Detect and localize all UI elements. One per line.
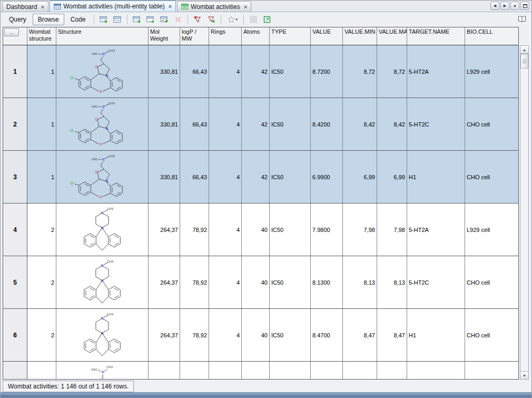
scrollbar-track[interactable]	[520, 69, 528, 371]
cell-value[interactable]: 7.9800	[311, 203, 343, 256]
row-number[interactable]	[3, 362, 27, 379]
cell-target-name[interactable]: H1	[407, 151, 465, 203]
cell-atoms[interactable]: 40	[242, 309, 270, 361]
cell-bio-cell[interactable]: L929 cell	[465, 203, 518, 256]
column-header-value-min[interactable]: VALUE.MIN	[343, 27, 377, 45]
cell-structure[interactable]	[56, 98, 149, 150]
cell-structure[interactable]	[56, 256, 149, 308]
row-number[interactable]: 5	[3, 256, 27, 308]
cell-value[interactable]: 6.9900	[311, 151, 343, 203]
cell-value[interactable]	[311, 362, 343, 379]
column-header-atoms[interactable]: Atoms	[242, 27, 270, 45]
table-options-button[interactable]: ...	[4, 28, 19, 36]
row-number[interactable]: 6	[3, 309, 27, 361]
delete-row-button[interactable]	[172, 14, 184, 25]
add-row-button[interactable]	[97, 14, 110, 25]
column-header-value[interactable]: VALUE	[311, 27, 343, 45]
cell-logp-mw[interactable]: 66,43	[180, 45, 209, 98]
cell-value[interactable]: 8.1300	[311, 256, 343, 308]
cell-wombat-structure[interactable]: 2	[27, 309, 56, 361]
column-header-logp-mw[interactable]: logP / MW	[180, 27, 209, 45]
cell-bio-cell[interactable]: L929 cell	[465, 45, 518, 98]
cell-rings[interactable]: 4	[209, 203, 242, 256]
cell-mol-weight[interactable]: 330,81	[149, 45, 180, 98]
cell-atoms[interactable]	[242, 362, 270, 379]
cell-type[interactable]: IC50	[270, 203, 311, 256]
tab-list-dropdown-button[interactable]: ▼	[510, 2, 519, 10]
add-detail-row-button[interactable]	[131, 14, 143, 25]
cell-value-min[interactable]: 8,42	[343, 98, 377, 150]
cell-rings[interactable]: 4	[209, 98, 242, 150]
cell-mol-weight[interactable]: 264,37	[149, 256, 180, 308]
cell-target-name[interactable]: 5-HT2C	[407, 256, 465, 308]
cell-value-max[interactable]: 8,42	[377, 98, 407, 150]
scroll-tabs-left-button[interactable]: ◀	[490, 2, 499, 10]
cell-logp-mw[interactable]: 78,92	[180, 256, 209, 308]
cell-rings[interactable]: 4	[209, 256, 242, 308]
cell-mol-weight[interactable]: 264,37	[149, 309, 180, 361]
scrollbar-thumb[interactable]	[520, 54, 528, 69]
cell-target-name[interactable]: H1	[407, 309, 465, 361]
link-row-button[interactable]	[144, 14, 157, 25]
remove-filter-button[interactable]	[191, 14, 204, 25]
cell-bio-cell[interactable]: CHO cell	[465, 151, 518, 203]
cell-value-max[interactable]: 8,13	[377, 256, 407, 308]
cell-atoms[interactable]: 42	[242, 98, 270, 150]
cell-logp-mw[interactable]: 78,92	[180, 309, 209, 361]
row-number[interactable]: 3	[3, 151, 27, 203]
cell-wombat-structure[interactable]	[27, 362, 56, 379]
cell-logp-mw[interactable]: 66,43	[180, 98, 209, 150]
fit-view-button[interactable]	[261, 14, 273, 25]
favorites-button[interactable]: ▾	[224, 14, 240, 25]
cell-structure[interactable]	[56, 45, 149, 98]
cell-value-min[interactable]: 8,47	[343, 309, 377, 361]
cell-value-min[interactable]: 8,13	[343, 256, 377, 308]
column-header-target-name[interactable]: TARGET.NAME	[407, 27, 465, 45]
query-mode-button[interactable]: Query	[4, 14, 32, 25]
cell-bio-cell[interactable]: CHO cell	[465, 309, 518, 361]
cell-wombat-structure[interactable]: 2	[27, 256, 56, 308]
column-header-type[interactable]: TYPE	[270, 27, 311, 45]
cell-type[interactable]: IC50	[270, 309, 311, 361]
column-header-value-max[interactable]: VALUE.MAX	[377, 27, 407, 45]
row-number[interactable]: 2	[3, 98, 27, 150]
column-header-mol-weight[interactable]: Mol Weight	[149, 27, 180, 45]
cell-type[interactable]: IC50	[270, 45, 311, 98]
browse-mode-button[interactable]: Browse	[33, 14, 64, 25]
table-row[interactable]	[3, 362, 518, 379]
table-row[interactable]: 5 2 264,37 78,92 4 40 IC50 8.1300 8,13 8…	[3, 256, 518, 309]
tab-wombat-activities[interactable]: Wombat activities ×	[177, 1, 251, 12]
cell-bio-cell[interactable]	[465, 362, 518, 379]
cell-value-max[interactable]: 8,72	[377, 45, 407, 98]
cell-rings[interactable]	[209, 362, 242, 379]
cell-type[interactable]: IC50	[270, 98, 311, 150]
cell-bio-cell[interactable]: CHO cell	[465, 256, 518, 308]
cell-logp-mw[interactable]: 66,43	[180, 151, 209, 203]
cell-atoms[interactable]: 40	[242, 203, 270, 256]
add-linked-row-button[interactable]	[158, 14, 171, 25]
add-filter-button[interactable]	[205, 14, 218, 25]
close-icon[interactable]: ×	[41, 4, 44, 9]
cell-structure[interactable]	[56, 362, 149, 379]
cell-rings[interactable]: 4	[209, 151, 242, 203]
close-icon[interactable]: ×	[244, 4, 247, 9]
cell-mol-weight[interactable]: 264,37	[149, 203, 180, 256]
table-row[interactable]: 6 2 264,37 78,92 4 40 IC50 8.4700 8,47 8…	[3, 309, 518, 362]
cell-mol-weight[interactable]: 330,81	[149, 151, 180, 203]
cell-type[interactable]: IC50	[270, 151, 311, 203]
cell-logp-mw[interactable]	[180, 362, 209, 379]
cell-target-name[interactable]	[407, 362, 465, 379]
table-row[interactable]: 1 1 330,81 66,43 4 42 IC50 8.7200 8,72 8…	[3, 45, 518, 98]
column-header-bio-cell[interactable]: BIO.CELL	[465, 27, 518, 45]
cell-value-max[interactable]: 6,99	[377, 151, 407, 203]
scroll-tabs-right-button[interactable]: ▶	[500, 2, 509, 10]
table-row[interactable]: 3 1 330,81 66,43 4 42 IC50 6.9900 6,99 6…	[3, 151, 518, 203]
maximize-view-button[interactable]	[520, 2, 529, 10]
row-number[interactable]: 4	[3, 203, 27, 256]
tab-wombat-multi-entity-table[interactable]: Wombat activities (multi-entity table) ×	[50, 1, 176, 12]
vertical-scrollbar[interactable]: ▲ ▼	[520, 45, 529, 380]
cell-value[interactable]: 8.4200	[311, 98, 343, 150]
column-header-structure[interactable]: Structure	[56, 27, 149, 45]
grid-view-button[interactable]	[247, 14, 260, 25]
cell-type[interactable]	[270, 362, 311, 379]
